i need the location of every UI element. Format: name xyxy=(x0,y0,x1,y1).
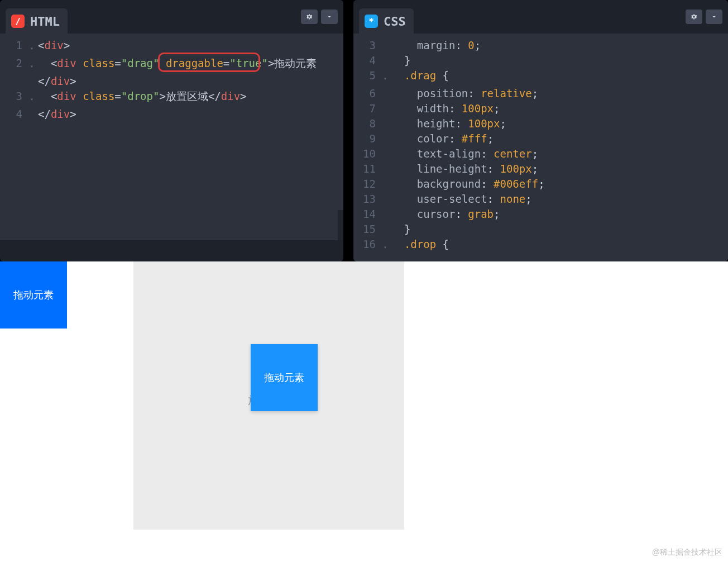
code-content[interactable]: </div> xyxy=(38,74,76,89)
code-content[interactable]: position: relative; xyxy=(391,86,538,101)
html-title-badge[interactable]: / HTML xyxy=(6,8,68,34)
code-line[interactable]: 16▾ .drop { xyxy=(353,237,728,255)
code-line[interactable]: 13 user-select: none; xyxy=(353,192,728,207)
gear-icon xyxy=(305,13,313,21)
fold-caret-icon xyxy=(384,161,391,177)
line-number: 2 xyxy=(0,56,30,74)
fold-caret-icon xyxy=(384,222,391,237)
code-content[interactable]: line-height: 100px; xyxy=(391,161,538,177)
drag-element-origin[interactable]: 拖动元素 xyxy=(0,261,67,329)
fold-caret-icon[interactable]: ▾ xyxy=(30,89,38,107)
html-settings-button[interactable] xyxy=(301,9,318,24)
fold-caret-icon xyxy=(30,74,38,89)
code-content[interactable]: <div> xyxy=(38,38,70,56)
css-collapse-button[interactable] xyxy=(706,9,722,24)
code-content[interactable]: .drag { xyxy=(391,68,449,86)
code-line[interactable]: 6 position: relative; xyxy=(353,86,728,101)
fold-caret-icon xyxy=(384,146,391,161)
line-number: 4 xyxy=(353,53,384,68)
code-line[interactable]: 7 width: 100px; xyxy=(353,101,728,116)
fold-caret-icon[interactable]: ▾ xyxy=(384,237,391,255)
fold-caret-icon xyxy=(384,207,391,222)
code-content[interactable]: user-select: none; xyxy=(391,192,532,207)
line-number: 13 xyxy=(353,192,384,207)
html-title: HTML xyxy=(30,15,60,28)
scrollbar[interactable] xyxy=(338,210,343,240)
code-content[interactable]: background: #006eff; xyxy=(391,177,545,192)
code-content[interactable]: } xyxy=(391,53,410,68)
line-number: 11 xyxy=(353,161,384,177)
line-number: 6 xyxy=(353,86,384,101)
code-line[interactable]: </div> xyxy=(0,74,343,89)
code-line[interactable]: 14 cursor: grab; xyxy=(353,207,728,222)
code-content[interactable]: margin: 0; xyxy=(391,38,481,53)
html-lang-icon: / xyxy=(11,15,25,28)
line-number: 16 xyxy=(353,237,384,255)
code-content[interactable]: </div> xyxy=(38,107,76,122)
line-number: 5 xyxy=(353,68,384,86)
drag-ghost-label: 拖动元素 xyxy=(264,371,304,384)
code-content[interactable]: .drop { xyxy=(391,237,449,255)
code-line[interactable]: 5▾ .drag { xyxy=(353,68,728,86)
code-content[interactable]: } xyxy=(391,222,410,237)
code-line[interactable]: 9 color: #fff; xyxy=(353,131,728,146)
code-line[interactable]: 8 height: 100px; xyxy=(353,116,728,131)
code-line[interactable]: 1▾<div> xyxy=(0,38,343,56)
gear-icon xyxy=(690,13,698,21)
code-line[interactable]: 11 line-height: 100px; xyxy=(353,161,728,177)
fold-caret-icon xyxy=(384,101,391,116)
drag-element-ghost[interactable]: 拖动元素 xyxy=(251,344,318,411)
line-number: 7 xyxy=(353,101,384,116)
fold-caret-icon[interactable]: ▾ xyxy=(384,68,391,86)
line-number xyxy=(0,74,30,89)
fold-caret-icon xyxy=(384,116,391,131)
css-lang-icon: * xyxy=(365,15,378,28)
code-content[interactable]: text-align: center; xyxy=(391,146,538,161)
code-line[interactable]: 10 text-align: center; xyxy=(353,146,728,161)
code-content[interactable]: height: 100px; xyxy=(391,116,506,131)
html-editor-pane: / HTML 1▾<div>2▾ <div class="drag" dragg… xyxy=(0,0,343,261)
code-line[interactable]: 4 } xyxy=(353,53,728,68)
code-content[interactable]: width: 100px; xyxy=(391,101,500,116)
code-content[interactable]: color: #fff; xyxy=(391,131,494,146)
fold-caret-icon xyxy=(384,38,391,53)
line-number: 9 xyxy=(353,131,384,146)
code-line[interactable]: 3 margin: 0; xyxy=(353,38,728,53)
html-code-area[interactable]: 1▾<div>2▾ <div class="drag" draggable="t… xyxy=(0,34,343,240)
preview-area: 放置区域 拖动元素 拖动元素 @稀土掘金技术社区 xyxy=(0,261,728,576)
fold-caret-icon xyxy=(384,131,391,146)
code-line[interactable]: 15 } xyxy=(353,222,728,237)
fold-caret-icon xyxy=(384,53,391,68)
line-number: 3 xyxy=(353,38,384,53)
code-content[interactable]: <div class="drop">放置区域</div> xyxy=(38,89,247,107)
fold-caret-icon xyxy=(30,107,38,122)
fold-caret-icon[interactable]: ▾ xyxy=(30,38,38,56)
code-line[interactable]: 2▾ <div class="drag" draggable="true">拖动… xyxy=(0,56,343,74)
css-code-area[interactable]: 3 margin: 0;4 }5▾ .drag {6 position: rel… xyxy=(353,34,728,261)
code-content[interactable]: cursor: grab; xyxy=(391,207,500,222)
css-title-badge[interactable]: * CSS xyxy=(359,8,414,34)
watermark: @稀土掘金技术社区 xyxy=(652,548,722,558)
line-number: 8 xyxy=(353,116,384,131)
fold-caret-icon xyxy=(384,192,391,207)
html-collapse-button[interactable] xyxy=(321,9,338,24)
code-content[interactable]: <div class="drag" draggable="true">拖动元素 xyxy=(38,56,317,74)
html-pane-header: / HTML xyxy=(0,0,343,34)
fold-caret-icon[interactable]: ▾ xyxy=(30,56,38,74)
css-settings-button[interactable] xyxy=(686,9,702,24)
line-number: 3 xyxy=(0,89,30,107)
line-number: 4 xyxy=(0,107,30,122)
line-number: 12 xyxy=(353,177,384,192)
fold-caret-icon xyxy=(384,177,391,192)
code-line[interactable]: 3▾ <div class="drop">放置区域</div> xyxy=(0,89,343,107)
css-editor-pane: * CSS 3 margin: 0;4 }5▾ .drag {6 positio… xyxy=(353,0,728,261)
chevron-down-icon xyxy=(326,13,333,20)
chevron-down-icon xyxy=(711,13,717,20)
css-title: CSS xyxy=(384,15,406,28)
css-pane-header: * CSS xyxy=(353,0,728,34)
line-number: 1 xyxy=(0,38,30,56)
code-line[interactable]: 4</div> xyxy=(0,107,343,122)
fold-caret-icon xyxy=(384,86,391,101)
code-line[interactable]: 12 background: #006eff; xyxy=(353,177,728,192)
line-number: 14 xyxy=(353,207,384,222)
